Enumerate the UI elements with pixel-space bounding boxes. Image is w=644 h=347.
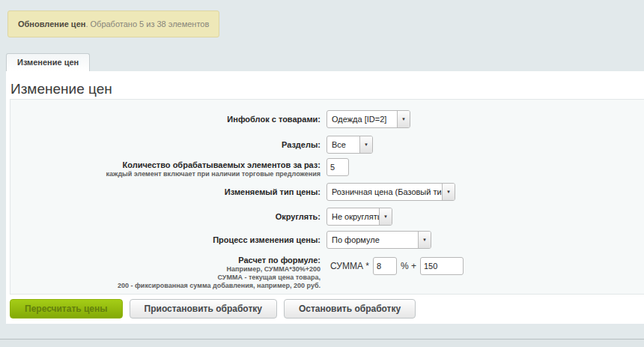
field-note: СУММА - текущая цена товара, xyxy=(10,274,321,282)
action-buttons: Пересчитать цены Приостановить обработку… xyxy=(10,299,422,319)
select-value: Розничная цена (Базовый тип) [ID=1] xyxy=(327,184,442,200)
notification-message: . Обработано 5 из 38 элементов xyxy=(85,19,209,28)
footer-divider xyxy=(0,339,644,347)
field-note: 200 - фиксированная сумма добавления, на… xyxy=(10,282,321,290)
content-panel: Изменение цен Инфоблок с товарами: Одежд… xyxy=(6,71,644,324)
tab-price-change[interactable]: Изменение цен xyxy=(6,53,90,71)
field-note: каждый элемент включает при наличии торг… xyxy=(10,170,321,178)
select-value: Все xyxy=(327,136,359,153)
form-row-sections: Разделы: Все ▼ xyxy=(10,136,644,154)
formula-operator: % + xyxy=(401,261,416,271)
field-label: Процесс изменения цены: xyxy=(10,231,321,249)
sections-select[interactable]: Все ▼ xyxy=(326,136,373,154)
field-label: Разделы: xyxy=(10,136,321,154)
progress-notification: Обновление цен. Обработано 5 из 38 элеме… xyxy=(7,10,219,37)
chevron-down-icon[interactable]: ▼ xyxy=(442,184,455,200)
field-note: Например, СУММА*30%+200 xyxy=(10,265,321,274)
rounding-select[interactable]: Не округлять ▼ xyxy=(326,208,392,226)
chevron-down-icon[interactable]: ▼ xyxy=(397,111,410,127)
infoblock-select[interactable]: Одежда [ID=2] ▼ xyxy=(326,110,410,128)
process-select[interactable]: По формуле ▼ xyxy=(326,231,431,249)
addition-input[interactable] xyxy=(420,257,464,275)
form-row-formula: Расчет по формуле: Например, СУММА*30%+2… xyxy=(10,253,644,290)
page-title: Изменение цен xyxy=(6,71,644,97)
chevron-down-icon[interactable]: ▼ xyxy=(418,232,431,248)
field-label-text: Количество обрабатываемых элементов за р… xyxy=(10,160,321,170)
form-row-process: Процесс изменения цены: По формуле ▼ xyxy=(10,231,644,249)
price-type-select[interactable]: Розничная цена (Базовый тип) [ID=1] ▼ xyxy=(326,183,455,201)
form-row-infoblock: Инфоблок с товарами: Одежда [ID=2] ▼ xyxy=(10,110,644,128)
notification-title: Обновление цен xyxy=(18,19,85,28)
field-label: Расчет по формуле: Например, СУММА*30%+2… xyxy=(10,253,321,290)
recalculate-button[interactable]: Пересчитать цены xyxy=(10,299,123,319)
percent-input[interactable] xyxy=(373,257,397,275)
field-label: Инфоблок с товарами: xyxy=(10,110,321,128)
field-label: Округлять: xyxy=(10,208,321,226)
select-value: По формуле xyxy=(327,232,418,248)
price-change-form: Инфоблок с товарами: Одежда [ID=2] ▼ Раз… xyxy=(10,99,644,295)
pause-button[interactable]: Приостановить обработку xyxy=(130,299,277,319)
stop-button[interactable]: Остановить обработку xyxy=(284,299,416,319)
select-value: Не округлять xyxy=(327,208,379,225)
batch-size-input[interactable] xyxy=(326,158,349,176)
field-label: Количество обрабатываемых элементов за р… xyxy=(10,158,321,178)
field-label-text: Расчет по формуле: xyxy=(10,256,321,265)
chevron-down-icon[interactable]: ▼ xyxy=(379,208,392,225)
form-row-rounding: Округлять: Не округлять ▼ xyxy=(10,208,644,226)
field-label: Изменяемый тип цены: xyxy=(10,183,321,201)
form-row-batch-size: Количество обрабатываемых элементов за р… xyxy=(10,158,644,178)
form-row-price-type: Изменяемый тип цены: Розничная цена (Баз… xyxy=(10,183,644,201)
chevron-down-icon[interactable]: ▼ xyxy=(359,136,372,153)
formula-prefix: СУММА * xyxy=(330,261,369,271)
select-value: Одежда [ID=2] xyxy=(327,111,397,127)
